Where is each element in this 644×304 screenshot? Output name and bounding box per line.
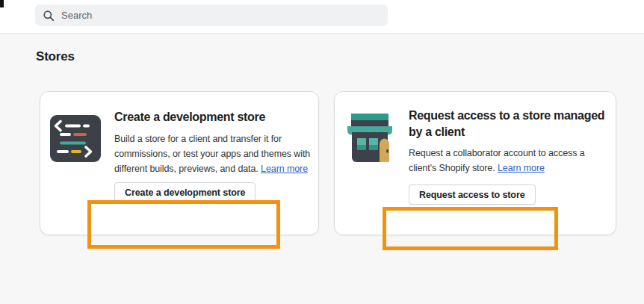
search-box[interactable]: [35, 4, 388, 26]
card-description: Request a collaborator account to access…: [409, 146, 607, 176]
card-title: Create a development store: [114, 109, 316, 125]
corner-mark: [0, 0, 4, 7]
content-area: Stores Create a development store Build …: [0, 34, 644, 304]
search-icon: [43, 10, 55, 22]
top-bar: [0, 0, 644, 33]
learn-more-link[interactable]: Learn more: [261, 164, 308, 174]
stores-page: Stores Create a development store Build …: [0, 0, 644, 304]
code-terminal-icon: [50, 115, 101, 162]
card-description-text: Request a collaborator account to access…: [409, 148, 585, 173]
request-access-to-store-button[interactable]: Request access to store: [409, 184, 536, 205]
create-development-store-button[interactable]: Create a development store: [114, 182, 256, 202]
card-title: Request access to a store managed by a c…: [409, 108, 616, 140]
page-title: Stores: [36, 49, 75, 64]
card-description: Build a store for a client and transfer …: [114, 131, 322, 176]
learn-more-link[interactable]: Learn more: [498, 163, 545, 173]
request-access-card: Request access to a store managed by a c…: [334, 91, 616, 235]
storefront-icon: [344, 113, 395, 162]
search-input[interactable]: [61, 4, 375, 26]
create-development-store-card: Create a development store Build a store…: [40, 91, 319, 235]
